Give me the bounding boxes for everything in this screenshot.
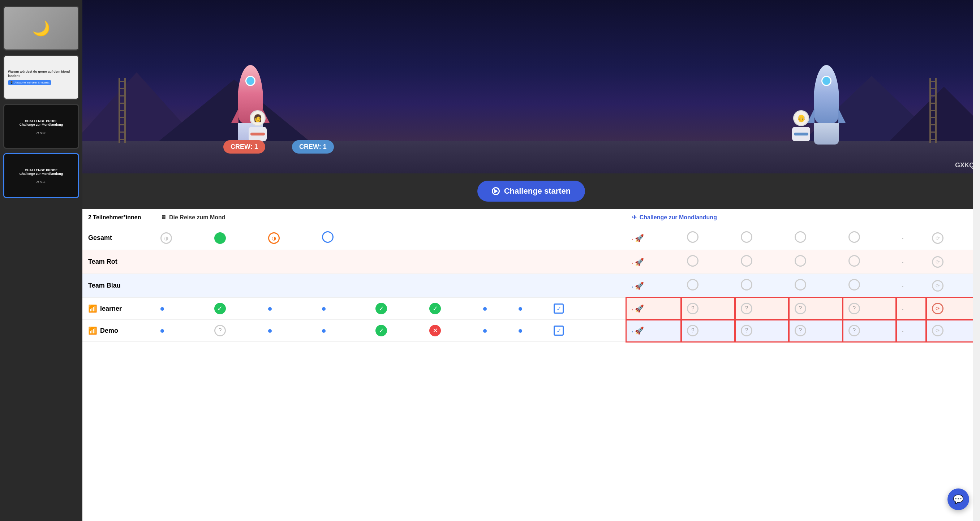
gesamt-ch-circle-3 [795, 231, 806, 243]
learner-ch-timer: ⟳ [926, 298, 980, 320]
learner-question-1: ? [687, 303, 698, 315]
gesamt-ch-rocket: • 🚀 [626, 226, 681, 250]
team-blau-empty [155, 274, 599, 298]
learner-wifi-icon: 📶 [88, 304, 97, 313]
data-area: 2 Teilnehmer*innen 🖥 Die Reise zum Mond … [83, 209, 980, 521]
right-scrollbar[interactable] [973, 0, 980, 521]
challenge-button-area: Challenge starten [83, 173, 980, 209]
team-blau-ch-circle-3 [795, 279, 806, 291]
gesamt-cell-2: ● [208, 226, 262, 250]
slide-thumb-3[interactable]: CHALLENGE PROBEChallenge zur Mondlandung… [3, 104, 79, 149]
astronaut-left-head: 👩 [250, 110, 266, 126]
challenge-button-label: Challenge starten [504, 186, 571, 196]
gesamt-circle-1: ◑ [161, 232, 172, 244]
mountains [83, 72, 980, 145]
chat-button[interactable]: 💬 [948, 488, 969, 510]
demo-check-1: ✓ [375, 325, 387, 337]
learner-ch-2: ? [735, 298, 789, 320]
learner-checkbox: ✓ [554, 303, 564, 314]
tower-ladder-left [119, 78, 126, 143]
row-demo-name: 📶 Demo [83, 320, 155, 342]
row-team-rot-name: Team Rot [83, 250, 155, 274]
challenge-icon: ✈ [632, 214, 637, 221]
team-rot-ch-4 [843, 250, 897, 274]
demo-ch-dot-2: • [902, 329, 904, 334]
learner-question-4: ? [848, 303, 860, 315]
gesamt-cell-4 [316, 226, 370, 250]
rocket-blue-lower [814, 123, 839, 145]
slide-thumb-2[interactable]: Warum würdest du gerne auf dem Mond land… [3, 55, 79, 100]
active-slide-arrow [78, 171, 79, 180]
demo-question-main: ? [214, 325, 226, 337]
team-rot-rocket-icon: 🚀 [635, 258, 644, 266]
row-team-blau-name: Team Blau [83, 274, 155, 298]
data-table: 2 Teilnehmer*innen 🖥 Die Reise zum Mond … [83, 209, 980, 342]
demo-dot-2 [268, 329, 272, 333]
team-blau-dot-2: • [902, 284, 904, 288]
gesamt-ch-circle-4 [848, 231, 860, 243]
gesamt-circle-3: ◑ [268, 232, 280, 244]
astronaut-left-belt [250, 133, 265, 135]
tower-left [119, 78, 126, 143]
tower-right [929, 78, 937, 143]
demo-ch-dot: • [632, 330, 633, 334]
gesamt-cell-3: ◑ [262, 226, 316, 250]
slide-thumb-1[interactable]: 🌙 [3, 6, 79, 51]
slide-3-title: CHALLENGE PROBEChallenge zur Mondlandung [18, 117, 65, 129]
mountain-2 [155, 79, 313, 145]
gesamt-ch-1 [681, 226, 735, 250]
game-code: GXKQ [955, 162, 974, 169]
learner-s1-checkbox: ✓ [548, 298, 599, 320]
slide-2-title: Warum würdest du gerne auf dem Mond land… [8, 70, 75, 78]
row-learner: 📶 learner ✓ ✓ ✓ ✓ [83, 298, 980, 320]
demo-ch-timer: ⟳ [926, 320, 980, 342]
col-divider [599, 209, 626, 226]
play-icon [492, 187, 500, 195]
demo-s1-dot1 [155, 320, 208, 342]
demo-ch-1: ? [681, 320, 735, 342]
col-section2-header: ✈ Challenge zur Mondlandung [626, 209, 980, 226]
row-team-rot: Team Rot • 🚀 • ⟳ [83, 250, 980, 274]
col-participants: 2 Teilnehmer*innen [83, 209, 155, 226]
learner-ch-dot: • [632, 308, 633, 312]
team-blau-ch-2 [735, 274, 789, 298]
astronaut-right-belt [794, 133, 808, 135]
demo-ch-rocket-icon: 🚀 [635, 327, 644, 335]
demo-s1-checkbox: ✓ [548, 320, 599, 342]
demo-s1-x: ✕ [423, 320, 477, 342]
gesamt-ch-dot: • [632, 237, 633, 241]
team-rot-ch-dot2: • [896, 250, 926, 274]
demo-s1-check: ✓ [370, 320, 423, 342]
astronaut-right-head: 👴 [793, 110, 809, 126]
rocket-blue-body [814, 65, 839, 123]
demo-x-1: ✕ [429, 325, 441, 337]
slide-4-title: CHALLENGE PROBEChallenge zur Mondlandung [18, 166, 65, 178]
team-blau-ch-timer: ⟳ [926, 274, 980, 298]
team-rot-ch-circle-3 [795, 255, 806, 267]
learner-s1-dot5 [513, 298, 548, 320]
slide-4-duration: ⏱ 3min [35, 180, 48, 185]
team-rot-ch-3 [789, 250, 843, 274]
row-learner-name: 📶 learner [83, 298, 155, 320]
demo-wifi-icon: 📶 [88, 326, 97, 335]
rocket-blue [814, 65, 839, 145]
gesamt-ch-rocket-icon: 🚀 [635, 234, 644, 242]
team-rot-ch-circle-2 [741, 255, 752, 267]
learner-check-1: ✓ [214, 303, 226, 315]
challenge-start-button[interactable]: Challenge starten [477, 181, 585, 202]
slide-thumb-4[interactable]: CHALLENGE PROBEChallenge zur Mondlandung… [3, 153, 79, 198]
team-rot-ch-rocket: • 🚀 [626, 250, 681, 274]
demo-s1-dot3 [316, 320, 370, 342]
game-scene: 👩 👴 CREW: 1 CREW: 1 GXKQ [83, 0, 980, 173]
learner-name-label: learner [100, 305, 122, 313]
gesamt-ch-circle-2 [741, 231, 752, 243]
crew-badge-left: CREW: 1 [223, 140, 265, 154]
learner-ch-dot-2: • [902, 308, 904, 311]
demo-question-2: ? [741, 325, 752, 337]
learner-question-2: ? [741, 303, 752, 315]
astronaut-right-body [792, 127, 810, 141]
demo-ch-4: ? [843, 320, 897, 342]
learner-ch-rocket-icon: 🚀 [635, 305, 644, 313]
game-scene-area: 👩 👴 CREW: 1 CREW: 1 GXKQ [83, 0, 980, 173]
demo-checkbox: ✓ [554, 326, 564, 336]
